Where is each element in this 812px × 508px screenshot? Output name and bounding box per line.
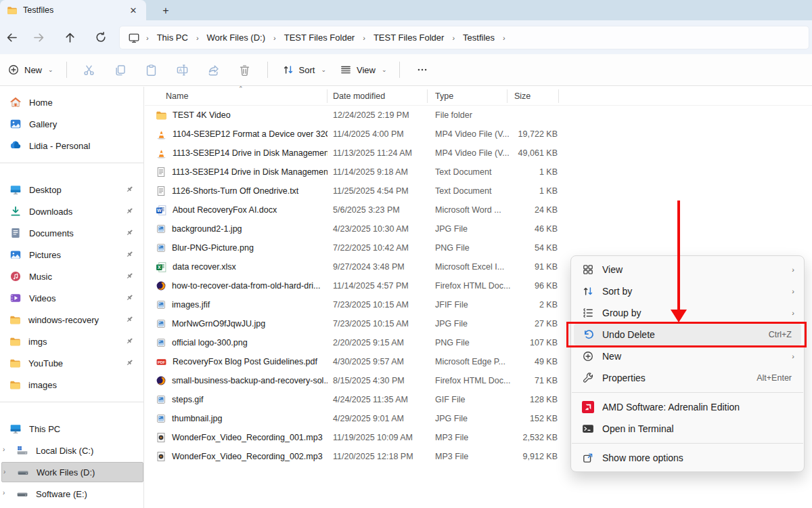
- sidebar-item-music[interactable]: Music: [1, 266, 141, 287]
- menu-item-group-by[interactable]: Group by›: [574, 302, 801, 324]
- sidebar-item-label: This PC: [29, 424, 60, 434]
- new-circle-icon: [582, 350, 594, 362]
- cut-button[interactable]: [78, 58, 101, 81]
- file-row[interactable]: 1113-SE3EP14 Drive in Disk Management ..…: [145, 144, 812, 163]
- file-name: WonderFox_Video_Recording_002.mp3: [172, 452, 323, 461]
- delete-button[interactable]: [233, 58, 256, 81]
- sort-button[interactable]: Sort⌄: [276, 58, 332, 81]
- menu-item-show-more-options[interactable]: Show more options: [574, 447, 801, 469]
- paste-button[interactable]: [140, 58, 163, 81]
- sidebar-item-work-files-d[interactable]: ›Work Files (D:): [1, 462, 143, 482]
- folder-icon: [9, 379, 21, 391]
- menu-item-new[interactable]: New›: [574, 345, 801, 367]
- menu-item-sort-by[interactable]: Sort by›: [574, 280, 801, 302]
- file-type: MP4 Video File (V...: [428, 129, 508, 139]
- file-row[interactable]: Blur-PNG-Picture.png7/22/2025 10:42 AMPN…: [145, 238, 812, 257]
- new-button[interactable]: New⌄: [1, 58, 60, 81]
- sidebar-item-documents[interactable]: Documents: [1, 223, 141, 243]
- file-size: 9,912 KB: [508, 452, 559, 461]
- file-type: GIF File: [428, 395, 508, 404]
- sidebar-item-this-pc[interactable]: This PC: [1, 419, 141, 439]
- breadcrumb-item[interactable]: TEST Files Folder: [278, 28, 361, 47]
- up-button[interactable]: [60, 28, 80, 47]
- sidebar-item-gallery[interactable]: Gallery: [1, 114, 141, 134]
- new-tab-button[interactable]: +: [157, 3, 175, 19]
- file-row[interactable]: background2-1.jpg4/23/2025 10:30 AMJPG F…: [145, 219, 812, 238]
- file-row[interactable]: 1104-SE3EP12 Format a Device over 32G...…: [145, 125, 812, 144]
- delete-icon: [238, 64, 251, 77]
- sidebar-item-label: Videos: [29, 293, 56, 303]
- svg-text:W: W: [157, 208, 162, 213]
- column-header-name[interactable]: Name: [145, 89, 328, 103]
- file-size: 19,722 KB: [508, 129, 559, 139]
- column-header-date-modified[interactable]: Date modified: [328, 89, 428, 103]
- refresh-icon: [95, 31, 107, 43]
- menu-item-label: Open in Terminal: [602, 423, 674, 434]
- refresh-button[interactable]: [91, 28, 111, 47]
- folder-icon: [9, 336, 21, 347]
- sidebar-item-images[interactable]: images: [1, 375, 141, 395]
- share-button[interactable]: [202, 58, 225, 81]
- file-date: 11/14/2025 4:57 PM: [328, 281, 428, 291]
- menu-item-open-in-terminal[interactable]: Open in Terminal: [574, 418, 801, 440]
- file-name: data recover.xlsx: [173, 262, 236, 272]
- sidebar-item-videos[interactable]: Videos: [1, 288, 141, 308]
- more-button[interactable]: [411, 58, 434, 81]
- file-size: 1 KB: [508, 167, 559, 177]
- expand-chevron-icon[interactable]: ›: [3, 446, 11, 455]
- sidebar-item-label: Lidia - Personal: [29, 141, 90, 151]
- file-date: 11/14/2025 9:18 AM: [328, 167, 428, 177]
- menu-item-view[interactable]: View›: [574, 259, 801, 280]
- sidebar-item-youtube[interactable]: YouTube: [1, 353, 141, 373]
- file-type: Microsoft Excel I...: [428, 262, 508, 272]
- sidebar-item-imgs[interactable]: imgs: [1, 331, 141, 352]
- breadcrumb-item[interactable]: This PC: [151, 28, 194, 47]
- breadcrumb-item[interactable]: Work Files (D:): [201, 28, 271, 47]
- breadcrumb-item[interactable]: Testfiles: [457, 28, 501, 47]
- menu-item-undo-delete[interactable]: Undo DeleteCtrl+Z: [574, 324, 801, 345]
- tab-testfiles[interactable]: Testfiles ✕: [0, 0, 146, 20]
- view-button[interactable]: View⌄: [334, 58, 393, 81]
- address-bar[interactable]: ›This PC›Work Files (D:)›TEST Files Fold…: [119, 26, 809, 49]
- word-icon: W: [156, 205, 167, 216]
- sidebar-item-label: YouTube: [28, 358, 63, 368]
- file-row[interactable]: 1113-SE3EP14 Drive in Disk Management ..…: [145, 163, 812, 182]
- file-row[interactable]: WAbout RecoveryFox AI.docx5/6/2025 3:23 …: [145, 200, 812, 219]
- sidebar-item-software-e[interactable]: ›Software (E:): [1, 484, 141, 504]
- file-size: 107 KB: [508, 338, 559, 347]
- file-name: TEST 4K Video: [173, 110, 231, 120]
- toolbar-separator: [66, 62, 67, 78]
- sidebar-item-pictures[interactable]: Pictures: [1, 245, 141, 265]
- sidebar-item-desktop[interactable]: Desktop: [1, 179, 141, 200]
- sidebar-item-label: Gallery: [29, 119, 57, 129]
- menu-item-properties[interactable]: PropertiesAlt+Enter: [574, 367, 801, 389]
- sidebar-item-windows-recovery[interactable]: windows-recovery: [1, 310, 141, 330]
- sidebar-item-home[interactable]: Home: [1, 92, 141, 112]
- file-type: File folder: [428, 110, 508, 120]
- sidebar-item-downloads[interactable]: Downloads: [1, 201, 141, 221]
- file-size: 46 KB: [508, 224, 559, 234]
- expand-chevron-icon[interactable]: ›: [3, 489, 11, 499]
- sidebar-gap: [0, 170, 143, 178]
- copy-button[interactable]: [109, 58, 132, 81]
- file-type: JPG File: [428, 319, 508, 329]
- file-row[interactable]: TEST 4K Video12/24/2025 2:19 PMFile fold…: [145, 106, 812, 125]
- forward-button[interactable]: [28, 28, 49, 47]
- expand-chevron-icon[interactable]: ›: [3, 468, 12, 478]
- breadcrumb-item[interactable]: TEST Files Folder: [367, 28, 451, 47]
- ascending-chevron-icon: ⌃: [238, 85, 244, 92]
- sidebar-item-lidia-personal[interactable]: Lidia - Personal: [1, 135, 141, 156]
- pin-icon: [125, 337, 134, 347]
- pin-icon: [125, 228, 134, 239]
- column-header-size[interactable]: Size: [508, 89, 559, 103]
- close-icon[interactable]: ✕: [126, 3, 141, 18]
- sidebar-item-local-disk-c[interactable]: ›Local Disk (C:): [1, 440, 141, 461]
- submenu-chevron-icon: ›: [792, 266, 794, 274]
- file-date: 7/23/2025 10:15 AM: [328, 319, 428, 329]
- back-button[interactable]: [1, 28, 22, 47]
- menu-item-amd-software[interactable]: AMD Software: Adrenalin Edition: [574, 396, 801, 418]
- file-row[interactable]: 1126-Shorts-Turn Off Onedrive.txt11/25/2…: [145, 182, 812, 200]
- file-date: 4/29/2025 9:01 AM: [328, 414, 428, 423]
- column-header-type[interactable]: Type: [428, 89, 508, 103]
- rename-button[interactable]: A: [171, 58, 194, 81]
